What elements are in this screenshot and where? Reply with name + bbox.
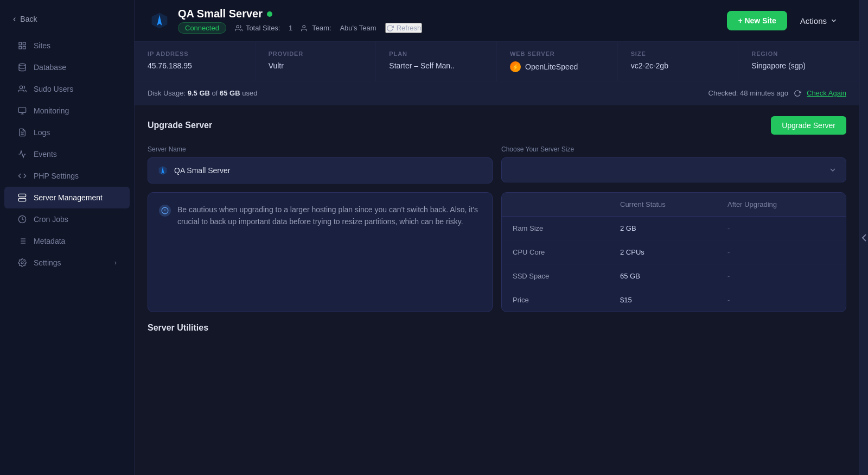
plan-value: Starter – Self Man.. [389,61,483,70]
sidebar: ‹ Back Sites Database Sudo Users Monitor… [0,0,135,475]
sidebar-item-server-management-label: Server Management [34,193,103,202]
svg-rect-6 [18,107,25,112]
warning-info-icon [159,205,171,217]
info-bar: IP ADDRESS 45.76.188.95 PROVIDER Vultr P… [135,42,859,81]
right-panel-tab[interactable] [859,0,868,475]
sidebar-item-events-label: Events [34,150,57,159]
ram-current: 2 GB [620,224,727,232]
users-small-icon [235,24,242,32]
database-icon [17,62,27,72]
sidebar-item-php-settings-label: PHP Settings [34,172,79,180]
openlitespeed-icon: ⚡ [510,61,521,72]
ram-after: - [727,224,835,232]
upgrade-server-section: Upgrade Server Upgrade Server Server Nam… [148,116,846,312]
sidebar-item-cron-jobs[interactable]: Cron Jobs [4,208,130,230]
comparison-empty-header: — [513,200,620,208]
sidebar-item-logs[interactable]: Logs [4,122,130,143]
server-utilities-header: Server Utilities [148,323,846,333]
warning-text: Be cautious when upgrading to a larger h… [177,204,481,228]
web-server-cell: WEB SERVER ⚡ OpenLiteSpeed [497,42,618,81]
team-meta: Team: Abu's Team [301,24,376,32]
provider-value: Vultr [269,61,363,70]
connected-badge: Connected [178,22,226,34]
comparison-row-ssd: SSD Space 65 GB - [502,264,846,288]
dropdown-chevron-icon [828,166,837,174]
sidebar-item-sites-label: Sites [34,41,50,50]
team-icon [301,24,309,32]
upgrade-form-grid: Server Name QA Small Server Choose Your … [148,145,846,183]
plan-label: PLAN [389,50,483,57]
sidebar-item-sudo-users[interactable]: Sudo Users [4,78,130,100]
comparison-row-cpu: CPU Core 2 CPUs - [502,240,846,264]
ssd-current: 65 GB [620,272,727,280]
region-label: REGION [751,50,846,57]
cpu-current: 2 CPUs [620,248,727,256]
size-value: vc2-2c-2gb [631,61,725,70]
server-name-group: Server Name QA Small Server [148,145,493,183]
new-site-button[interactable]: + New Site [727,11,787,30]
check-again-button[interactable]: Check Again [807,89,846,97]
sidebar-item-database[interactable]: Database [4,56,130,78]
upgrade-server-button[interactable]: Upgrade Server [771,116,846,135]
server-size-dropdown[interactable] [501,157,846,182]
disk-total: 65 GB [220,89,240,97]
header-actions: + New Site Actions [727,11,844,30]
disk-right: Checked: 48 minutes ago Check Again [709,89,846,97]
clock-icon [17,214,27,224]
monitor-icon [17,106,27,116]
svg-rect-1 [23,42,25,45]
list-icon [17,236,27,246]
comparison-table: — Current Status After Upgrading Ram Siz… [501,192,846,312]
upgrade-server-header: Upgrade Server Upgrade Server [148,116,846,135]
disk-usage-bar: Disk Usage: 9.5 GB of 65 GB used Checked… [135,81,859,105]
plan-cell: PLAN Starter – Self Man.. [376,42,497,81]
web-server-label: WEB SERVER [510,50,604,57]
size-label: SIZE [631,50,725,57]
svg-point-21 [21,262,23,264]
price-current: $15 [620,296,727,304]
back-chevron-icon: ‹ [13,14,16,24]
sidebar-item-php-settings[interactable]: PHP Settings [4,165,130,187]
activity-icon [17,149,27,159]
ssd-label: SSD Space [513,272,620,280]
sidebar-item-monitoring[interactable]: Monitoring [4,100,130,122]
svg-point-5 [20,86,22,88]
ip-address-label: IP ADDRESS [148,50,242,57]
right-panel-chevron-icon [861,232,867,243]
back-button[interactable]: ‹ Back [0,9,134,35]
sidebar-item-metadata[interactable]: Metadata [4,230,130,252]
team-label: Team: [312,24,331,32]
vultr-logo-icon [150,11,169,30]
disk-usage-text: Disk Usage: 9.5 GB of 65 GB used [148,89,257,97]
vultr-small-logo-icon [157,164,169,176]
code-icon [17,171,27,181]
server-size-group: Choose Your Server Size [501,145,846,183]
ip-address-value: 45.76.188.95 [148,61,242,70]
sidebar-item-cron-jobs-label: Cron Jobs [34,215,68,224]
sidebar-item-events[interactable]: Events [4,143,130,165]
sidebar-item-settings[interactable]: Settings › [4,252,130,274]
settings-icon [17,258,27,268]
svg-rect-2 [19,46,22,49]
svg-point-24 [237,25,239,28]
header-title-block: QA Small Server Connected Total Sites: 1… [178,8,422,34]
header: QA Small Server Connected Total Sites: 1… [135,0,859,42]
cpu-after: - [727,248,835,256]
sidebar-item-server-management[interactable]: Server Management [4,187,130,208]
status-dot-icon [267,11,272,17]
svg-rect-0 [19,42,22,45]
file-text-icon [17,128,27,137]
warning-box: Be cautious when upgrading to a larger h… [148,192,493,312]
upgrade-server-title: Upgrade Server [148,121,212,130]
sidebar-item-sites[interactable]: Sites [4,35,130,56]
region-cell: REGION Singapore (sgp) [738,42,859,81]
refresh-button[interactable]: Refresh [385,23,423,33]
back-label: Back [20,15,37,23]
server-name: QA Small Server [178,8,263,20]
new-site-label: + New Site [738,16,776,25]
ssd-after: - [727,272,835,280]
disk-label: Disk Usage: [148,89,186,97]
sidebar-item-monitoring-label: Monitoring [34,106,69,115]
server-name-display-value: QA Small Server [174,166,230,175]
actions-button[interactable]: Actions [794,12,844,30]
